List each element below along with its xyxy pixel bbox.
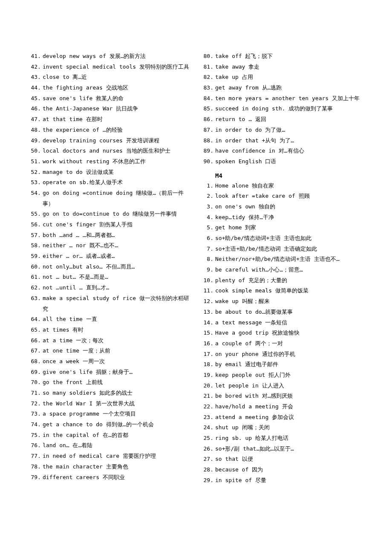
list-item: 71.so many soldiers 如此多的战士 — [30, 388, 190, 399]
list-item: 23.attend a meeting 参加会议 — [202, 412, 362, 423]
item-number: 7. — [202, 244, 213, 254]
list-item: 22.have/hold a meeting 开会 — [202, 402, 362, 412]
item-text: shut up 闭嘴；关闭 — [215, 424, 270, 431]
item-number: 66. — [30, 335, 41, 346]
list-item: 11.cook simple meals 做简单的饭菜 — [202, 286, 362, 296]
list-item: 62.not …until … 直到…才… — [30, 283, 190, 293]
item-text: spoken English 口语 — [215, 158, 276, 165]
item-text: work without resting 不休息的工作 — [43, 158, 146, 165]
list-item: 60.not only…but also… 不但…而且… — [30, 262, 190, 272]
item-number: 44. — [30, 83, 41, 93]
item-number: 77. — [30, 451, 41, 462]
item-text: cut one's finger 割伤某人手指 — [43, 221, 133, 228]
item-text: a text message 一条短信 — [215, 319, 287, 326]
list-item: 10.plenty of 充足的；大量的 — [202, 275, 362, 286]
list-item: 29.in spite of 尽量 — [202, 475, 362, 486]
list-item: 54.go on doing =continue doing 继续做…（前后一件… — [30, 188, 190, 209]
item-number: 76. — [30, 440, 41, 451]
item-number: 73. — [30, 409, 41, 419]
item-text: wake up 叫醒；醒来 — [215, 298, 270, 304]
item-number: 45. — [30, 93, 41, 104]
item-number: 21. — [202, 391, 213, 402]
list-item: 53.operate on sb.给某人做手术 — [30, 177, 190, 188]
item-number: 4. — [202, 212, 213, 223]
two-column-layout: 41.develop new ways of 发展…的新方法42.invent … — [30, 51, 362, 486]
item-text: get a chance to do 得到做…的一个机会 — [43, 421, 154, 428]
item-text: take away 拿走 — [215, 64, 259, 70]
list-item: 1.Home alone 独自在家 — [202, 181, 362, 191]
list-item: 56.cut one's finger 割伤某人手指 — [30, 220, 190, 230]
item-text: not only…but also… 不但…而且… — [43, 263, 135, 270]
item-text: invent special medical tools 发明特别的医疗工具 — [43, 64, 189, 70]
item-number: 13. — [202, 307, 213, 318]
item-text: cook simple meals 做简单的饭菜 — [215, 287, 308, 294]
list-item: 21.be bored with 对…感到厌烦 — [202, 391, 362, 402]
item-number: 61. — [30, 272, 41, 283]
list-item: 43.close to 离…近 — [30, 72, 190, 83]
item-text: go on doing =continue doing 继续做…（前后一件事） — [43, 190, 184, 207]
item-text: all the time 一直 — [43, 316, 97, 322]
list-item: 64.all the time 一直 — [30, 314, 190, 325]
item-text: attend a meeting 参加会议 — [215, 414, 294, 420]
item-text: at times 有时 — [43, 327, 84, 333]
item-number: 82. — [202, 72, 213, 83]
item-number: 87. — [202, 125, 213, 136]
item-number: 50. — [30, 146, 41, 156]
item-text: go the front 上前线 — [43, 379, 103, 385]
item-text: return to … 返回 — [215, 116, 266, 122]
item-text: in need of medical care 需要医疗护理 — [43, 453, 156, 459]
list-item: 74.get a chance to do 得到做…的一个机会 — [30, 419, 190, 430]
list-item: 16.a couple of 两个；一对 — [202, 338, 362, 349]
item-text: save one's life 救某人的命 — [43, 95, 124, 101]
item-number: 60. — [30, 262, 41, 272]
item-number: 59. — [30, 251, 41, 262]
section-heading-m4: M4 — [215, 172, 362, 179]
item-number: 9. — [202, 265, 213, 275]
list-item: 55.go on to do=continue to do 继续做另一件事情 — [30, 209, 190, 220]
item-text: manage to do 设法做成某 — [43, 169, 114, 175]
item-number: 22. — [202, 402, 213, 412]
item-text: the World War I 第一次世界大战 — [43, 400, 135, 407]
item-text: Neither/nor+助/be/情态动词+主语 主语也不… — [215, 256, 340, 262]
list-item: 6.so+助/be/情态动词+主语 主语也如此 — [202, 233, 362, 244]
item-number: 52. — [30, 167, 41, 178]
list-item: 15.Have a good trip 祝旅途愉快 — [202, 328, 362, 338]
list-item: 51.work without resting 不休息的工作 — [30, 156, 190, 167]
list-item: 12.wake up 叫醒；醒来 — [202, 296, 362, 307]
item-text: be careful with…小心…；留意… — [215, 266, 303, 273]
item-number: 23. — [202, 412, 213, 423]
list-item: 70.go the front 上前线 — [30, 377, 190, 388]
item-number: 10. — [202, 275, 213, 286]
item-text: take up 占用 — [215, 74, 253, 80]
item-text: ring sb. up 给某人打电话 — [215, 435, 288, 441]
item-text: develop new ways of 发展…的新方法 — [43, 53, 146, 59]
list-item: 85.succeed in doing sth. 成功的做到了某事 — [202, 104, 362, 114]
item-text: ten more years = another ten years 又加上十年 — [215, 95, 360, 101]
list-item: 41.develop new ways of 发展…的新方法 — [30, 51, 190, 62]
item-text: at one time 一度；从前 — [43, 347, 110, 354]
list-item: 68.once a week 一周一次 — [30, 356, 190, 367]
item-number: 28. — [202, 465, 213, 475]
item-number: 5. — [202, 223, 213, 233]
item-number: 74. — [30, 419, 41, 430]
item-text: the fighting areas 交战地区 — [43, 84, 128, 91]
list-item: 20.let people in 让人进入 — [202, 381, 362, 391]
item-text: in order to do 为了做… — [215, 127, 285, 133]
item-number: 14. — [202, 318, 213, 328]
item-number: 19. — [202, 370, 213, 381]
list-item: 42.invent special medical tools 发明特别的医疗工… — [30, 62, 190, 72]
list-item: 4.keep…tidy 保持…干净 — [202, 212, 362, 223]
item-text: keep…tidy 保持…干净 — [215, 214, 274, 220]
item-number: 11. — [202, 286, 213, 296]
list-item: 5.get home 到家 — [202, 223, 362, 233]
item-text: on one's own 独自的 — [215, 203, 275, 210]
vocab-list-left: 41.develop new ways of 发展…的新方法42.invent … — [30, 51, 190, 483]
item-number: 71. — [30, 388, 41, 399]
item-text: not …until … 直到…才… — [43, 284, 109, 291]
item-text: on your phone 通过你的手机 — [215, 351, 295, 357]
list-item: 83.get away from 从…逃跑 — [202, 83, 362, 93]
item-number: 80. — [202, 51, 213, 62]
item-text: in the capital of 在…的首都 — [43, 432, 128, 438]
item-text: so that 以便 — [215, 456, 253, 462]
list-item: 76.land on… 在…着陆 — [30, 440, 190, 451]
